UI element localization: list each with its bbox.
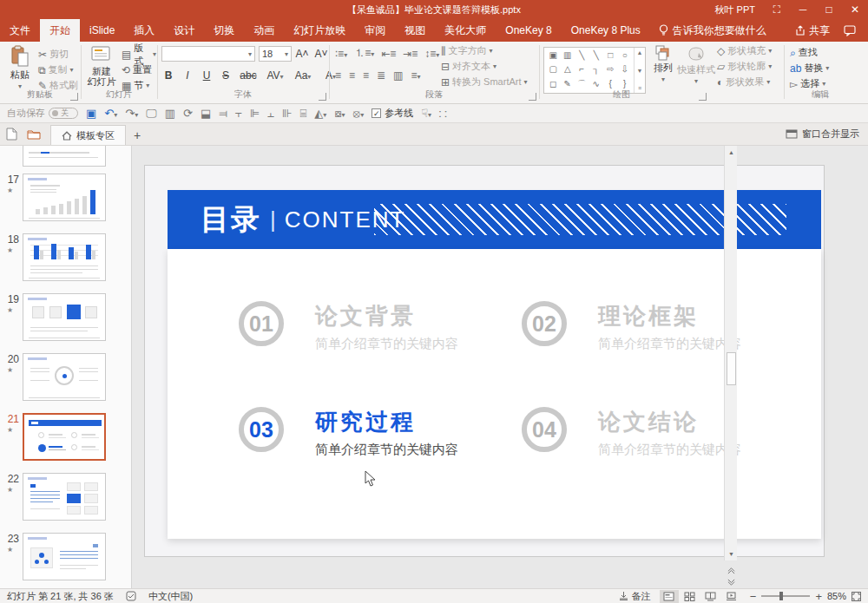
tab-onekey8plus[interactable]: OneKey 8 Plus [562, 19, 650, 42]
qat-overflow-icon[interactable]: ⸬ [439, 108, 447, 119]
slide-sorter-view-button[interactable] [681, 590, 700, 603]
redo-icon[interactable]: ↷▾ [125, 108, 138, 119]
touch-mode-icon[interactable]: ☟▾ [421, 108, 431, 119]
layout-button[interactable]: ▤版式▾ [122, 47, 156, 62]
slideshow-view-button[interactable] [722, 590, 741, 603]
scrollbar-thumb[interactable] [727, 352, 736, 385]
accessibility-icon[interactable] [126, 591, 136, 601]
next-slide-button[interactable] [726, 576, 737, 588]
zoom-out-button[interactable]: − [750, 590, 757, 603]
save-icon[interactable]: ▣ [86, 108, 96, 119]
slide-thumbnail-19[interactable] [23, 293, 106, 341]
bold-button[interactable]: B [161, 69, 175, 82]
align-left-icon[interactable]: ⊫ [250, 108, 260, 119]
zoom-slider-knob[interactable] [779, 592, 783, 600]
reset-button[interactable]: ⟲重置 [122, 62, 152, 77]
increase-indent-icon[interactable]: ⇥≡ [403, 48, 418, 60]
scroll-down-icon[interactable]: ▼ [725, 547, 738, 560]
zoom-level[interactable]: 85% [827, 591, 846, 601]
tab-template-zone[interactable]: 模板专区 [50, 125, 126, 145]
guides-checkbox[interactable]: ✓ 参考线 [372, 107, 413, 120]
combine-icon[interactable]: ⦻▾ [353, 108, 365, 119]
slide-thumbnail-18[interactable] [23, 233, 106, 281]
align-left-icon[interactable]: ≡ [335, 69, 341, 82]
quick-styles-button[interactable]: 快速样式▾ [677, 45, 715, 87]
tab-islide[interactable]: iSlide [80, 19, 124, 42]
ribbon-display-options-icon[interactable]: ⛶ [764, 0, 790, 19]
minimize-button[interactable]: ─ [790, 0, 816, 19]
normal-view-button[interactable] [660, 590, 679, 603]
close-button[interactable]: ✕ [842, 0, 868, 19]
fit-to-window-icon[interactable] [852, 592, 861, 601]
tab-design[interactable]: 设计 [164, 19, 204, 42]
copy-button[interactable]: ⧉复制▾ [38, 62, 74, 77]
clipboard-dialog-launcher[interactable] [70, 93, 78, 101]
reading-view-button[interactable] [701, 590, 720, 603]
font-name-combo[interactable]: ▾ [161, 46, 255, 62]
zoom-slider[interactable] [761, 595, 810, 597]
tab-view[interactable]: 视图 [395, 19, 435, 42]
toc-item-01[interactable]: 01 论文背景 简单介绍章节的关键内容 [239, 301, 525, 379]
insert-chart-icon[interactable]: ▥ [165, 108, 175, 119]
toc-item-04[interactable]: 04 论文结论 简单介绍章节的关键内容 [522, 407, 808, 485]
new-slide-button[interactable]: 新建 幻灯片 [84, 45, 119, 87]
new-tab-button[interactable]: + [126, 125, 148, 145]
tab-onekey8[interactable]: OneKey 8 [496, 19, 561, 42]
align-right-icon[interactable]: ≡ [363, 69, 369, 82]
font-size-combo[interactable]: 18▾ [259, 46, 292, 62]
change-case-button[interactable]: Aa▾ [292, 69, 314, 82]
justify-icon[interactable]: ≣ [377, 69, 385, 82]
tab-file[interactable]: 文件 [0, 19, 40, 42]
slide-thumbnail-23[interactable] [23, 533, 106, 580]
align-middle-icon[interactable]: ⌸ [299, 108, 306, 119]
italic-button[interactable]: I [181, 69, 194, 82]
notes-button[interactable]: 备注 [619, 590, 651, 603]
align-text-button[interactable]: ⊟对齐文本▾ [441, 59, 496, 74]
new-document-icon[interactable] [0, 123, 23, 145]
toc-item-03[interactable]: 03 研究过程 简单介绍章节的关键内容 [239, 407, 525, 485]
underline-button[interactable]: U [200, 69, 214, 82]
rotate-icon[interactable]: ⟳ [183, 108, 193, 119]
align-center-h-icon[interactable]: ⫟ [235, 108, 242, 119]
paste-button[interactable]: 粘贴▾ [5, 45, 35, 92]
shapes-scroll[interactable]: ▲▼≡ [634, 48, 645, 93]
shape-outline-button[interactable]: ▱形状轮廓▾ [717, 59, 772, 74]
columns-icon[interactable]: ▥ [393, 69, 403, 82]
numbering-icon[interactable]: ⒈≡▾ [354, 46, 374, 61]
tab-transitions[interactable]: 切换 [204, 19, 244, 42]
shape-fill-button[interactable]: ◇形状填充▾ [717, 43, 772, 58]
replace-button[interactable]: ab替换▾ [790, 61, 829, 75]
slide-thumbnail-20[interactable] [23, 353, 106, 401]
maximize-button[interactable]: □ [816, 0, 842, 19]
character-spacing-button[interactable]: AV▾ [264, 69, 286, 82]
bullets-icon[interactable]: ∶≡▾ [335, 48, 347, 60]
slide-thumbnail-22[interactable] [23, 473, 106, 521]
shadow-button[interactable]: S [219, 69, 233, 82]
autosave-toggle[interactable]: 自动保存 关 [7, 107, 78, 120]
vertical-scrollbar[interactable]: ▲ ▼ [724, 146, 737, 560]
zoom-in-button[interactable]: + [815, 590, 822, 603]
slide-thumbnail-21-selected[interactable] [23, 413, 106, 461]
strikethrough-button[interactable]: abc [238, 69, 259, 82]
decrease-indent-icon[interactable]: ⇤≡ [381, 48, 396, 60]
undo-icon[interactable]: ↶▾ [104, 108, 117, 119]
font-dialog-launcher[interactable] [319, 93, 326, 101]
shapes-gallery[interactable]: ▣▥╲╲□○ ▢△⌐┐⇨⇩ ◻✎⌒∿{} ▲▼≡ [543, 47, 646, 94]
tab-animations[interactable]: 动画 [244, 19, 284, 42]
slide-thumbnail-17[interactable] [23, 174, 106, 221]
slide-thumbnail-16-partial[interactable] [23, 146, 106, 167]
merge-windows-button[interactable]: 窗口合并显示 [786, 123, 868, 145]
cut-button[interactable]: ✂剪切 [38, 47, 69, 62]
toc-item-02[interactable]: 02 理论框架 简单介绍章节的关键内容 [522, 301, 808, 379]
tab-insert[interactable]: 插入 [124, 19, 164, 42]
line-spacing-icon[interactable]: ↕≡▾ [424, 48, 439, 60]
paragraph-dialog-launcher[interactable] [529, 93, 536, 101]
open-folder-icon[interactable] [23, 123, 45, 145]
distribute-icon[interactable]: ≡▾ [411, 69, 420, 82]
tab-slideshow[interactable]: 幻灯片放映 [284, 19, 355, 42]
comments-button[interactable] [838, 25, 861, 36]
align-bottom-icon[interactable]: ⬓ [201, 108, 211, 119]
grow-shrink-font[interactable]: A˄A˅ [295, 46, 328, 61]
tab-review[interactable]: 审阅 [355, 19, 395, 42]
slide-canvas[interactable]: 目录 | CONTENT 01 论文背景 简单介绍章节的关键内容 02 理论框架… [144, 165, 825, 557]
